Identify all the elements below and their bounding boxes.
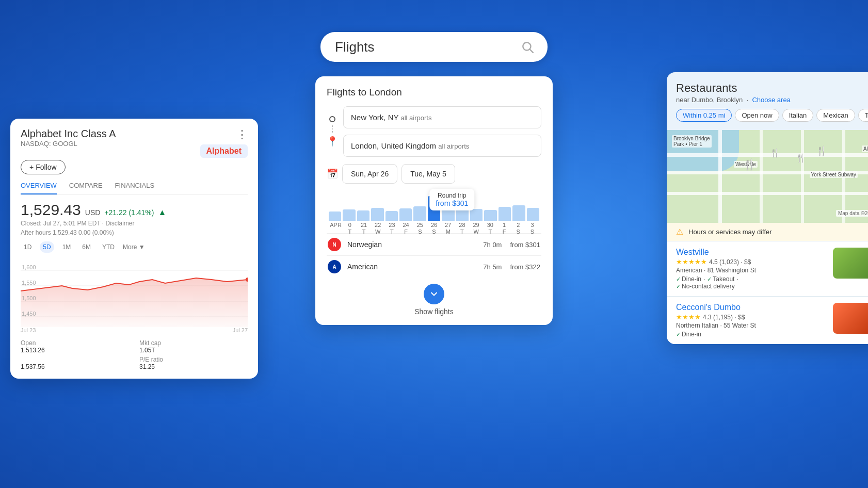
search-input[interactable]: Flights [335,39,518,55]
chart-bar-13[interactable] [512,205,525,221]
flight-route: 📍 New York, NY all airports London, Unit… [327,106,541,157]
stock-change: +21.22 (1.41%) [104,208,154,217]
depart-date-button[interactable]: Sun, Apr 26 [342,164,397,184]
chart-bar-6[interactable] [413,206,426,221]
range-5d[interactable]: 5D [40,241,54,253]
stock-data-table: Open 1,513.26 Mkt cap 1.05T 1,537.56 P/E… [21,339,248,370]
range-1d[interactable]: 1D [21,241,35,253]
westville-meta: American · 81 Washington St [676,267,827,274]
chart-bar-3[interactable] [371,208,383,221]
american-name: American [347,263,483,271]
stock-after-hours: After hours 1,529.43 0.00 (0.00%) [21,229,248,236]
range-ytd[interactable]: YTD [99,241,118,253]
tab-financials[interactable]: FINANCIALS [115,182,155,194]
norwegian-name: Norwegian [347,240,483,249]
warning-icon: ⚠ [676,227,683,237]
trip-type-label: Round trip [436,192,468,199]
return-date-button[interactable]: Tue, May 5 [401,164,455,184]
restaurants-title: Restaurants [676,82,737,95]
map-label-york-st: York Street Subway [810,171,858,178]
svg-line-1 [530,50,533,53]
chart-bar-4[interactable] [385,211,398,221]
restaurant-map[interactable]: Brooklyn BridgePark • Pier 1 Westville A… [667,130,868,223]
flight-result-american[interactable]: A American 7h 5m from $322 [327,255,541,278]
range-more[interactable]: More ▼ [123,243,145,251]
chart-bar-1[interactable] [343,209,355,221]
chart-bar-0[interactable] [329,212,341,221]
chart-bar-5[interactable] [399,208,412,221]
expand-button[interactable] [424,284,444,304]
flight-result-norwegian[interactable]: N Norwegian 7h 0m from $301 [327,233,541,255]
restaurant-item-cecconis[interactable]: Cecconi's Dumbo ★★★★ 4.3 (1,195) · $$ No… [667,296,868,344]
chart-bar-11[interactable] [484,210,496,221]
westville-tag-dinein: ✓ Dine-in [676,275,701,283]
search-icon[interactable] [518,37,537,57]
chart-date-14: 3S [525,222,539,235]
chip-mexican[interactable]: Mexican [816,109,855,122]
flights-card: Flights to London 📍 New York, NY a [315,76,553,325]
stock-data-mktcap: Mkt cap 1.05T [139,339,248,354]
destination-text: London, United Kingdom all airports [351,141,469,150]
chart-x-labels: Jul 23 Jul 27 [21,327,248,333]
westville-stars: ★★★★★ [676,258,707,266]
westville-tag-delivery: ✓ No-contact delivery [676,283,735,290]
chart-bar-12[interactable] [499,207,511,221]
chip-within[interactable]: Within 0.25 mi [676,109,732,122]
destination-input[interactable]: London, United Kingdom all airports [343,135,541,157]
cecconis-tag-dinein: ✓ Dine-in [676,331,701,338]
stock-chart-wrap: 1,600 1,550 1,500 1,450 Jul 23 Jul 27 [21,260,248,333]
show-flights-label: Show flights [414,307,453,316]
svg-text:1,550: 1,550 [22,280,36,286]
westville-name: Westville [676,248,827,257]
map-copyright: Map data ©2020 [836,210,868,217]
follow-label: Follow [36,163,56,171]
restaurants-title-row: Restaurants [676,82,868,95]
chip-top-rated[interactable]: Top ra... [858,109,868,122]
chart-bar-10[interactable] [470,209,483,221]
cecconis-tags: ✓ Dine-in [676,331,827,338]
filter-chips: Within 0.25 mi Open now Italian Mexican … [667,109,868,126]
chart-bar-2[interactable] [357,210,369,221]
range-1m[interactable]: 1M [59,241,74,253]
chart-bar-14[interactable] [527,208,539,221]
range-6m[interactable]: 6M [79,241,94,253]
chip-italian[interactable]: Italian [782,109,814,122]
chart-date-9: 28T [455,222,469,235]
american-logo: A [328,260,341,273]
price-tooltip: Round trip from $301 [429,189,474,210]
westville-tags2: ✓ No-contact delivery [676,283,827,290]
tab-overview[interactable]: OVERVIEW [21,182,57,194]
tab-compare[interactable]: COMPARE [69,182,103,194]
origin-input[interactable]: New York, NY all airports [343,106,541,128]
stock-menu-icon[interactable]: ⋮ [236,128,248,141]
warning-banner: ⚠ Hours or services may differ [667,223,868,241]
chart-dates: APR0T21T22W23T24F25S26S27M28T29W30T1F2S3… [327,222,541,235]
chart-date-12: 1F [497,222,511,235]
cecconis-info: Cecconi's Dumbo ★★★★ 4.3 (1,195) · $$ No… [676,303,827,338]
choose-area-link[interactable]: Choose area [752,96,790,104]
restaurant-item-westville[interactable]: Westville ★★★★★ 4.5 (1,023) · $$ America… [667,241,868,296]
search-bar-container: Flights [320,32,548,62]
map-pin-1: 🍴 [743,158,756,171]
westville-tag-takeout: ✓ Takeout [707,275,734,283]
chart-date-1: 0T [343,222,357,235]
map-pin-2: 🍴 [770,148,780,158]
chip-open-now[interactable]: Open now [735,109,779,122]
stock-currency: USD [85,208,101,217]
date-row: 📅 Sun, Apr 26 Tue, May 5 [327,164,541,184]
stock-price: 1,529.43 [21,201,81,219]
chart-bar-8[interactable] [442,209,454,221]
restaurants-header: Restaurants near Dumbo, Brooklyn · Choos… [667,82,868,109]
chart-x-label-jul23: Jul 23 [21,327,36,333]
stock-data-pe: P/E ratio 31.25 [139,356,248,370]
stock-time: Closed: Jul 27, 5:01 PM EDT · Disclaimer [21,220,248,227]
chart-date-11: 30T [483,222,497,235]
follow-button[interactable]: + Follow [21,160,66,174]
restaurants-card: Restaurants near Dumbo, Brooklyn · Choos… [667,72,868,344]
chart-date-2: 21T [357,222,371,235]
cecconis-rating: 4.3 (1,195) · $$ [703,314,745,321]
search-bar[interactable]: Flights [320,32,548,62]
restaurants-location: near Dumbo, Brooklyn [676,96,743,104]
american-price: from $322 [510,263,540,271]
westville-tags: ✓ Dine-in · ✓ Takeout · [676,275,827,283]
